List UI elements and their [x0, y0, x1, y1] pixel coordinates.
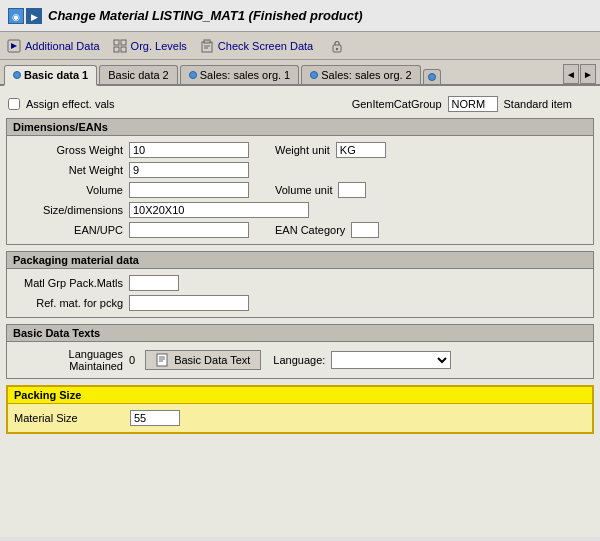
matl-grp-pack-input[interactable]: [129, 275, 179, 291]
dimensions-body: Gross Weight Weight unit Net Weight Volu…: [7, 136, 593, 244]
material-size-input[interactable]: [130, 410, 180, 426]
packaging-title: Packaging material data: [7, 252, 593, 269]
weight-unit-input[interactable]: [336, 142, 386, 158]
tab-dot-sales-org-2: [310, 71, 318, 79]
gen-item-cat-group: GenItemCatGroup Standard item: [352, 96, 572, 112]
volume-unit-label: Volume unit: [275, 184, 332, 196]
net-weight-label: Net Weight: [13, 164, 123, 176]
ref-mat-pckg-label: Ref. mat. for pckg: [13, 297, 123, 309]
basic-data-text-row: Languages Maintained 0 Basic Data Text L…: [13, 346, 587, 374]
toolbar-label-additional-data: Additional Data: [25, 40, 100, 52]
volume-input[interactable]: [129, 182, 249, 198]
toolbar-label-check-screen-data: Check Screen Data: [218, 40, 313, 52]
volume-unit-input[interactable]: [338, 182, 366, 198]
doc-icon: [156, 353, 170, 367]
ref-mat-pckg-row: Ref. mat. for pckg: [13, 293, 587, 313]
grid-icon: [112, 38, 128, 54]
dimensions-title: Dimensions/EANs: [7, 119, 593, 136]
lock-icon: [329, 38, 345, 54]
size-dimensions-row: Size/dimensions: [13, 200, 587, 220]
dimensions-section: Dimensions/EANs Gross Weight Weight unit…: [6, 118, 594, 245]
svg-point-11: [336, 47, 338, 49]
packing-size-body: Material Size: [8, 404, 592, 432]
svg-rect-5: [121, 47, 126, 52]
gross-weight-input[interactable]: [129, 142, 249, 158]
tab-dot-basic-data-1: [13, 71, 21, 79]
ref-mat-pckg-input[interactable]: [129, 295, 249, 311]
tab-sales-org-2[interactable]: Sales: sales org. 2: [301, 65, 421, 84]
size-dimensions-label: Size/dimensions: [13, 204, 123, 216]
tab-label-sales-org-1: Sales: sales org. 1: [200, 69, 291, 81]
language-label: Language:: [273, 354, 325, 366]
standard-item-label: Standard item: [504, 98, 572, 110]
languages-maintained-label: Languages Maintained: [13, 348, 123, 372]
gen-item-cat-group-input[interactable]: [448, 96, 498, 112]
packing-size-title: Packing Size: [8, 387, 592, 404]
tab-dot-sales-org-1: [189, 71, 197, 79]
svg-rect-7: [204, 40, 210, 43]
matl-grp-pack-label: Matl Grp Pack.Matls: [13, 277, 123, 289]
net-weight-row: Net Weight: [13, 160, 587, 180]
tab-nav: ◄ ►: [563, 64, 596, 84]
arrow-right-icon: [6, 38, 22, 54]
gross-weight-row: Gross Weight Weight unit: [13, 140, 587, 160]
svg-rect-4: [114, 47, 119, 52]
toolbar-item-lock[interactable]: [329, 38, 345, 54]
ean-upc-label: EAN/UPC: [13, 224, 123, 236]
basic-data-texts-title: Basic Data Texts: [7, 325, 593, 342]
basic-data-texts-section: Basic Data Texts Languages Maintained 0 …: [6, 324, 594, 379]
ean-upc-input[interactable]: [129, 222, 249, 238]
toolbar-item-additional-data[interactable]: Additional Data: [6, 38, 100, 54]
matl-grp-pack-row: Matl Grp Pack.Matls: [13, 273, 587, 293]
languages-maintained-count: 0: [129, 354, 135, 366]
app-icon-inner2: ▶: [26, 8, 42, 24]
tab-basic-data-1[interactable]: Basic data 1: [4, 65, 97, 86]
tab-label-basic-data-1: Basic data 1: [24, 69, 88, 81]
ean-category-input[interactable]: [351, 222, 379, 238]
packaging-section: Packaging material data Matl Grp Pack.Ma…: [6, 251, 594, 318]
clipboard-icon: [199, 38, 215, 54]
svg-rect-2: [114, 40, 119, 45]
toolbar: Additional Data Org. Levels Check Screen…: [0, 32, 600, 60]
app-icon: ◉ ▶: [8, 8, 42, 24]
language-dropdown[interactable]: [331, 351, 451, 369]
tab-dot-extra: [428, 73, 436, 81]
tab-sales-org-1[interactable]: Sales: sales org. 1: [180, 65, 300, 84]
assign-effect-vals-label: Assign effect. vals: [26, 98, 114, 110]
packaging-body: Matl Grp Pack.Matls Ref. mat. for pckg: [7, 269, 593, 317]
assign-effects-row: Assign effect. vals GenItemCatGroup Stan…: [6, 92, 594, 118]
page-title: Change Material LISTING_MAT1 (Finished p…: [48, 8, 363, 23]
weight-unit-label: Weight unit: [275, 144, 330, 156]
ean-category-label: EAN Category: [275, 224, 345, 236]
tab-extra[interactable]: [423, 69, 441, 84]
size-dimensions-input[interactable]: [129, 202, 309, 218]
svg-rect-12: [157, 354, 167, 366]
tabs-bar: Basic data 1 Basic data 2 Sales: sales o…: [0, 60, 600, 86]
svg-rect-3: [121, 40, 126, 45]
basic-data-text-button[interactable]: Basic Data Text: [145, 350, 261, 370]
assign-effect-vals-checkbox[interactable]: [8, 98, 20, 110]
title-bar: ◉ ▶ Change Material LISTING_MAT1 (Finish…: [0, 0, 600, 32]
tab-nav-prev[interactable]: ◄: [563, 64, 579, 84]
ean-upc-row: EAN/UPC EAN Category: [13, 220, 587, 240]
tab-label-basic-data-2: Basic data 2: [108, 69, 169, 81]
toolbar-item-check-screen-data[interactable]: Check Screen Data: [199, 38, 313, 54]
gross-weight-label: Gross Weight: [13, 144, 123, 156]
net-weight-input[interactable]: [129, 162, 249, 178]
basic-data-texts-body: Languages Maintained 0 Basic Data Text L…: [7, 342, 593, 378]
content-area: Assign effect. vals GenItemCatGroup Stan…: [0, 86, 600, 537]
gen-item-cat-group-label: GenItemCatGroup: [352, 98, 442, 110]
tab-basic-data-2[interactable]: Basic data 2: [99, 65, 178, 84]
toolbar-label-org-levels: Org. Levels: [131, 40, 187, 52]
app-icon-inner: ◉: [8, 8, 24, 24]
basic-data-text-btn-label: Basic Data Text: [174, 354, 250, 366]
tab-label-sales-org-2: Sales: sales org. 2: [321, 69, 412, 81]
material-size-row: Material Size: [14, 408, 586, 428]
volume-label: Volume: [13, 184, 123, 196]
packing-size-section: Packing Size Material Size: [6, 385, 594, 434]
material-size-label: Material Size: [14, 412, 124, 424]
toolbar-item-org-levels[interactable]: Org. Levels: [112, 38, 187, 54]
volume-row: Volume Volume unit: [13, 180, 587, 200]
tab-nav-next[interactable]: ►: [580, 64, 596, 84]
